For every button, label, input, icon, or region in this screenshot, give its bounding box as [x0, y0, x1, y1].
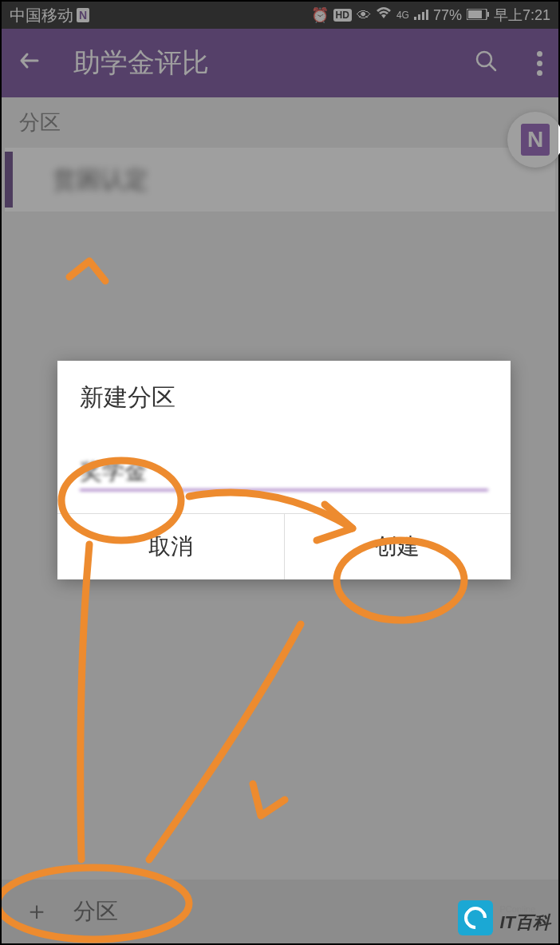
watermark-icon: [458, 900, 493, 935]
cancel-button[interactable]: 取消: [57, 514, 285, 579]
section-name-input[interactable]: [80, 454, 488, 491]
dialog-title: 新建分区: [57, 361, 511, 430]
new-section-dialog: 新建分区 取消 创建: [57, 361, 511, 579]
create-button[interactable]: 创建: [285, 514, 511, 579]
watermark: PConline IT百科: [458, 900, 550, 935]
watermark-big: IT百科: [499, 914, 550, 931]
